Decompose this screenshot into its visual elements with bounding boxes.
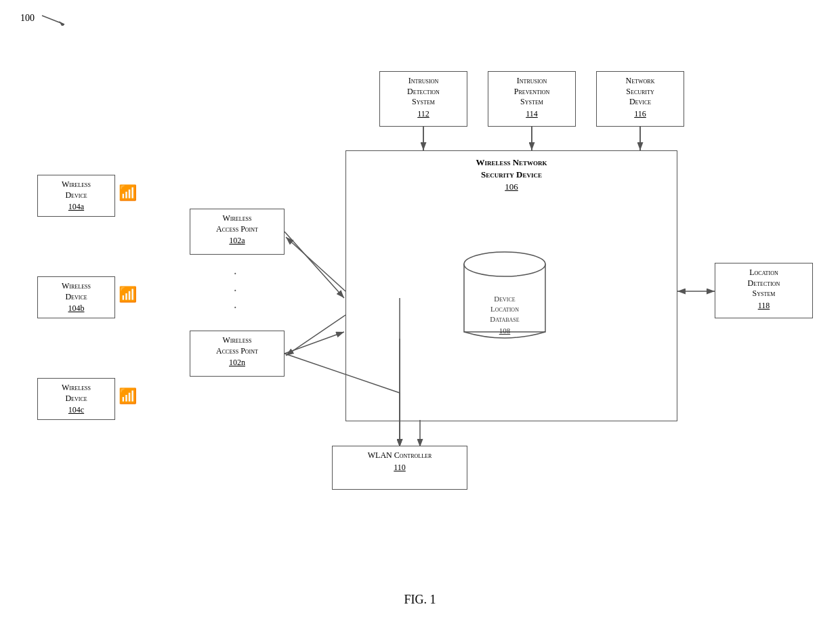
wireless-device-c: WirelessDevice 104c xyxy=(37,378,115,420)
diagram-ref-number: 100 xyxy=(20,12,66,26)
intrusion-prevention-system: IntrusionPreventionSystem 114 xyxy=(488,71,576,127)
wireless-access-point-a: WirelessAccess Point 102a xyxy=(190,209,285,255)
svg-marker-1 xyxy=(59,21,64,26)
svg-line-6 xyxy=(285,332,344,354)
svg-text:Device: Device xyxy=(494,295,516,303)
wireless-device-b: WirelessDevice 104b xyxy=(37,276,115,318)
figure-label: FIG. 1 xyxy=(404,593,436,607)
wifi-icon-a: 📶 xyxy=(119,184,137,202)
intrusion-detection-system: IntrusionDetectionSystem 112 xyxy=(379,71,467,127)
wifi-icon-c: 📶 xyxy=(119,387,137,405)
svg-line-8 xyxy=(286,315,345,356)
svg-text:108: 108 xyxy=(499,326,511,335)
svg-text:Location: Location xyxy=(490,305,519,313)
wireless-device-a: WirelessDevice 104a xyxy=(37,175,115,217)
svg-line-5 xyxy=(285,232,344,298)
network-security-device: NetworkSecurityDevice 116 xyxy=(596,71,684,127)
location-detection-system: LocationDetectionSystem 118 xyxy=(715,263,813,318)
wlan-controller: WLAN Controller 110 xyxy=(332,446,467,490)
wireless-network-security-label: Wireless NetworkSecurity Device 106 xyxy=(345,150,677,192)
wifi-icon-b: 📶 xyxy=(119,286,137,303)
svg-text:Database: Database xyxy=(490,315,519,323)
diagram-container: 100 xyxy=(0,0,840,634)
svg-line-7 xyxy=(286,237,345,291)
wireless-access-point-n: WirelessAccess Point 102n xyxy=(190,331,285,377)
svg-point-23 xyxy=(464,252,545,276)
dots: ··· xyxy=(234,266,237,317)
device-location-database: Device Location Database 108 xyxy=(450,244,559,352)
